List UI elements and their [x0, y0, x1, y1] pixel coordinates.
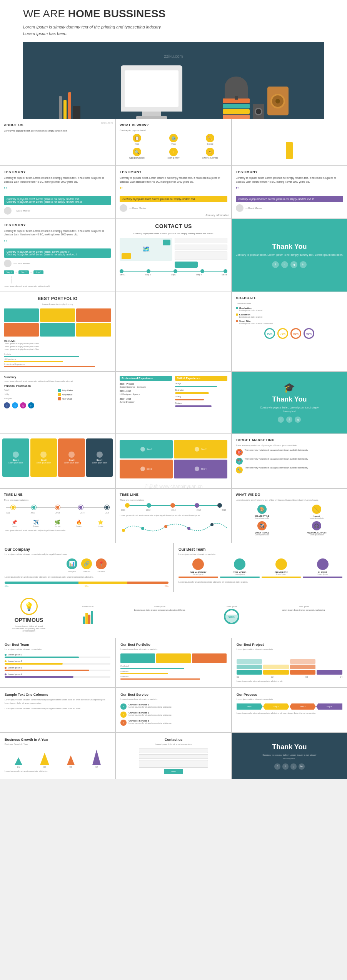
testimony-title-3: TESTIMONY	[236, 170, 343, 174]
thank-you-text-2: Thank You	[272, 395, 307, 403]
optimous-right: Lorem Ipsum Lorem Ipsum Lorem ipsum dolo…	[54, 605, 337, 624]
thank-you-slide-1: Thank You Contrary to popular belief, Lo…	[232, 219, 347, 292]
our-best-team-slide: Our Best Team Lorem ipsum dolor sit amet…	[174, 543, 347, 592]
social-links: f t ig in	[4, 402, 111, 408]
path-illustration	[120, 519, 227, 534]
our-best-project-slide: Our Best Project Lorem ipsum dolor sit a…	[232, 638, 347, 687]
service-item-2: ✓ Our Best Service 2 Lorem ipsum dolor s…	[120, 712, 226, 718]
our-team-slide: OUR TEAM Contrary to popular belief, Lor…	[232, 119, 347, 165]
quote-box-purple: Contrary to popular belief, Lorem Ipsum …	[236, 196, 343, 202]
avatar-2	[120, 204, 127, 212]
watermark-hero: zziku.com	[164, 54, 183, 58]
optimous-name: OPTIMOUS	[15, 617, 43, 623]
svg-point-0	[122, 529, 125, 532]
icon-item-5: ⚡ FAST & FAST	[156, 148, 190, 159]
optimous-stats: Lorem Ipsum Lorem Ipsum Lorem ipsum dolo…	[54, 605, 337, 624]
svg-point-4	[210, 523, 214, 526]
about-us-title: ABOUT US	[4, 123, 111, 127]
mini-name-field[interactable]	[139, 748, 208, 753]
contact-us-2-slide: Contact us Lorem ipsum dolor sit amet co…	[116, 733, 231, 779]
our-company-slide: Our Company Lorem ipsum dolor sit amet c…	[0, 543, 173, 592]
hero-title: WE ARE HOME BUSSINESS	[23, 8, 324, 20]
thank-you-dark-text: Thank You	[272, 743, 307, 751]
edu-item-2: Education Lorem ipsum dolor sit amet	[236, 313, 343, 318]
graduate-slide: GRADUATE Lorem Fullname Graduation Lorem…	[232, 292, 347, 371]
company-bar: 45% 30% 25%	[5, 582, 168, 587]
contact-email-field[interactable]	[175, 245, 227, 250]
what-is-wow-slide: WHAT IS WOW? Contrary to popular belief …	[116, 119, 231, 165]
svg-point-1	[141, 527, 144, 530]
hero-illustration: zziku.com	[23, 42, 324, 119]
team-bar-4: Lorem Ipsum 4	[5, 673, 110, 678]
icon-item-2: ⚙️ TWO	[156, 134, 190, 145]
optimous-left: 💡 OPTIMOUS Lorem ipsum dolor sit amet co…	[10, 598, 48, 632]
author-row-2: — Daesi Marker	[120, 204, 227, 212]
company-team-row: Our Company Lorem ipsum dolor sit amet c…	[0, 543, 347, 592]
our-process-slide: Our Process Lorem ipsum dolor sit amet c…	[232, 688, 347, 732]
what-we-do-grid: 🎨 WE ARE STYLE Lorem ipsum dolor 📐 Layou…	[236, 505, 343, 536]
our-company-title: Our Company	[5, 547, 168, 552]
icon-item-3: ✏️ THREE	[193, 134, 227, 145]
icon-item-4: 🔍 WEB EXPLORER	[120, 148, 154, 159]
grad-circles: 90% 75% 85% 65%	[236, 328, 343, 339]
skills-experience-slide: Professional Experience 2015 - PresentSe…	[116, 372, 231, 433]
three-col-sections: Our Best Team Lorem ipsum dolor sit amet…	[0, 638, 347, 779]
contact-send-btn[interactable]	[175, 262, 198, 268]
testimony-title-1: TESTIMONY	[4, 170, 111, 174]
thank-you-icon: 🎓	[284, 382, 295, 393]
testimony-slide-1: TESTIMONY Contrary to popular belief, Lo…	[0, 166, 115, 218]
social-icons-dark: f t g in	[274, 763, 305, 770]
step-cards: Step 1 Lorem ipsum dolor Step 2 Lorem ip…	[2, 438, 113, 477]
best-portfolio-title: BEST PORTFOLIO	[4, 296, 111, 301]
mini-email-field[interactable]	[139, 754, 208, 759]
portfolio-skills: Portfolio UI Experience Professional Exp…	[4, 353, 111, 367]
watermark: zziku.com	[101, 122, 113, 124]
portfolio-mini-grid	[120, 653, 226, 663]
personal-info: Family Ruby Marker Hobby Amy Marker Thou…	[4, 389, 111, 400]
best-portfolio-slide: BEST PORTFOLIO Lorem Ipsum is simply dum…	[0, 292, 115, 371]
arrow-steps: Step 1 Step 2 Step 3 Step 4	[237, 703, 342, 710]
avatar-3	[236, 204, 244, 212]
timeline-title-1: Time Line	[4, 493, 111, 497]
service-item-3: ✓ Our Best Service 3 Lorem ipsum dolor s…	[120, 720, 226, 726]
thank-you-text-1: Thank You	[272, 243, 307, 251]
team-bar-2: Lorem Ipsum 2	[5, 660, 110, 665]
staircase-bars	[237, 653, 342, 675]
contact-name-field[interactable]	[175, 238, 227, 243]
slides-grid: zziku.com ABOUT US Contrary to popular b…	[0, 119, 347, 543]
testimony-title-4: TESTIMONY	[4, 223, 111, 227]
resume-detail-slide: Summary Lorem ipsum dolor sit amet conse…	[0, 372, 115, 433]
our-team-title: OUR TEAM	[236, 123, 343, 127]
sample-text-slide: Sample Text One Coloums Lorem ipsum dolo…	[0, 688, 115, 732]
target-row-2: ✂️ There are many variations of passages…	[236, 458, 343, 465]
team-bar-3: Lorem Ipsum 3	[5, 667, 110, 671]
hero-section: WE ARE HOME BUSSINESS Lorem Ipsum is sim…	[0, 0, 347, 119]
resume-skills: Summary Lorem ipsum dolor sit amet conse…	[120, 337, 227, 350]
step-variation-slide: Step 1 Step 2 Step 3 Step 4	[116, 434, 231, 488]
our-best-service-slide: Our Best Service Lorem ipsum dolor sit a…	[116, 688, 231, 732]
our-best-team-title: Our Best Team	[179, 547, 342, 552]
timeline-slide-1: Time Line There are many variations 2011…	[0, 489, 115, 543]
target-marketing-slide: Target Marketing There are many variatio…	[232, 434, 347, 488]
icon-item-1: 📋 ONE	[120, 134, 154, 145]
professional-exp: Professional Experience 2015 - PresentSe…	[120, 376, 172, 407]
resume-name: Daesi Marker	[120, 320, 227, 326]
quote-box-yellow: Contrary to popular belief, Lorem Ipsum …	[120, 196, 227, 202]
step-grid: Step 1 Step 2 Step 3 Step 4	[120, 440, 227, 478]
step-row: Step 1 → Step 2 → Step 3 Lorem ipsum dol…	[4, 270, 111, 288]
author-row-3: — Daesi Marker	[236, 204, 343, 212]
contact-message-field[interactable]	[175, 252, 227, 260]
company-icons: 📊 Analytics 🔗 Connect 📍 Location	[5, 558, 168, 573]
team-bars: OUR HARDWORK Lorem Ipsum STILL WORKS Lor…	[179, 558, 342, 578]
thank-you-sub-1: Contrary to popular belief, Lorem Ipsum …	[236, 253, 343, 257]
target-row-3: 🔧 There are many variations of passages …	[236, 467, 343, 473]
quote-box-teal-2: Contrary to popular belief, Lorem Ipsum.…	[4, 248, 111, 258]
timeline-visual-1: 2011 2012 2013 2014 2015	[6, 507, 109, 514]
quote-box-teal: Contrary to popular belief, Lorem Ipsum …	[4, 196, 111, 205]
testimony-title-2: TESTIMONY	[120, 170, 227, 174]
hero-body: Lorem Ipsum is simply dummy text of the …	[23, 24, 169, 37]
mini-message-field[interactable]	[139, 760, 208, 768]
thank-you-slide-2: 🎓 Thank You Contrary to popular belief, …	[232, 372, 347, 433]
mini-send-btn[interactable]: Send	[164, 769, 183, 774]
team-bar-1: Lorem Ipsum 1	[5, 653, 110, 658]
